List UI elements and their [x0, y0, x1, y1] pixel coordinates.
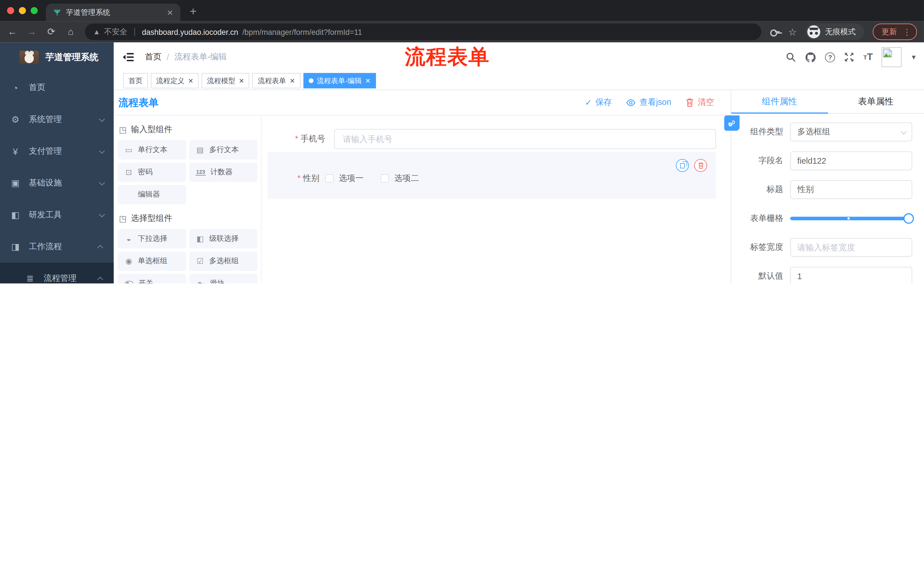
- incognito-label: 无痕模式: [825, 26, 856, 37]
- component-editor[interactable]: 编辑器: [118, 185, 186, 204]
- default-value-input[interactable]: [790, 267, 912, 283]
- tag-process-definition[interactable]: 流程定义✕: [151, 73, 199, 89]
- properties-panel: 组件属性 表单属性 组件类型 字段名 标题: [731, 90, 924, 283]
- tag-close-icon[interactable]: ✕: [188, 77, 193, 85]
- component-slider[interactable]: 滑块: [189, 274, 257, 283]
- sidebar-item-payment[interactable]: ¥ 支付管理: [0, 135, 114, 167]
- component-cascader[interactable]: ◧级联选择: [189, 229, 257, 248]
- component-single-line-text[interactable]: ▭单行文本: [118, 140, 186, 160]
- component-select[interactable]: ◒下拉选择: [118, 229, 186, 248]
- clear-button[interactable]: 清空: [685, 97, 714, 108]
- component-radio-group[interactable]: ◉单选框组: [118, 252, 186, 271]
- font-size-icon[interactable]: TT: [863, 52, 873, 62]
- sidebar-logo[interactable]: 芋道管理系统: [0, 42, 114, 72]
- component-block-actions: [676, 159, 707, 172]
- chevron-down-icon: [99, 148, 105, 153]
- gender-checkbox-option1[interactable]: 选项一: [325, 173, 364, 184]
- chrome-update-button[interactable]: 更新 ⋮: [873, 23, 917, 40]
- link-drawer-button[interactable]: [724, 115, 739, 131]
- sidebar-item-infra[interactable]: ▣ 基础设施: [0, 167, 114, 199]
- title-input[interactable]: [790, 180, 912, 199]
- incognito-icon: [807, 25, 820, 38]
- avatar[interactable]: [882, 47, 902, 67]
- grid-slider[interactable]: [790, 217, 912, 220]
- slider-handle[interactable]: [903, 213, 914, 224]
- tag-process-model[interactable]: 流程模型✕: [201, 73, 249, 89]
- main-area: 首页 / 流程表单-编辑 流程表单 ? TT ▼ 首页 流程定义✕: [114, 42, 924, 283]
- sidebar: 芋道管理系统 ◔ 首页 ⚙ 系统管理 ¥ 支付管理 ▣ 基础设施: [0, 42, 114, 283]
- active-tag-dot: [309, 78, 313, 83]
- tab-component-props[interactable]: 组件属性: [731, 90, 828, 113]
- save-button[interactable]: ✓保存: [585, 97, 612, 108]
- logo-avatar: [20, 50, 39, 64]
- counter-icon: 123: [196, 169, 206, 176]
- label-width-input[interactable]: [790, 238, 912, 257]
- password-key-icon[interactable]: [770, 27, 779, 36]
- selected-component-block[interactable]: 性别 选项一 选项二: [267, 152, 716, 199]
- component-checkbox-group[interactable]: ☑多选框组: [189, 252, 257, 271]
- zoom-window-button[interactable]: [31, 7, 38, 14]
- reload-icon[interactable]: ⟳: [46, 27, 57, 36]
- input-components-grid: ▭单行文本 ▤多行文本 ⊡密码 123计数器 编辑器: [118, 140, 257, 204]
- gender-field-row: 性别 选项一 选项二: [267, 173, 716, 184]
- browser-menu-icon[interactable]: ⋮: [903, 27, 911, 36]
- gender-checkbox-option2[interactable]: 选项二: [381, 173, 419, 184]
- toolbox-icon: ◧: [10, 210, 21, 220]
- sidebar-item-system[interactable]: ⚙ 系统管理: [0, 104, 114, 135]
- sidebar-item-home[interactable]: ◔ 首页: [0, 72, 114, 104]
- checkbox-icon[interactable]: [325, 174, 333, 183]
- page-title: 流程表单: [118, 96, 158, 109]
- avatar-caret-icon[interactable]: ▼: [911, 54, 917, 61]
- close-window-button[interactable]: [7, 7, 14, 14]
- tab-close-icon[interactable]: ✕: [167, 8, 173, 17]
- browser-tab[interactable]: 芋道管理系统 ✕: [46, 3, 180, 21]
- fullscreen-icon[interactable]: [844, 52, 855, 62]
- tag-process-form-edit[interactable]: 流程表单-编辑✕: [303, 73, 376, 89]
- phone-input[interactable]: [334, 129, 716, 149]
- sidebar-item-workflow[interactable]: ◨ 工作流程: [0, 231, 114, 263]
- address-bar[interactable]: ▲ 不安全 dashboard.yudao.iocoder.cn/bpm/man…: [85, 23, 761, 40]
- checkbox-icon[interactable]: [381, 174, 389, 183]
- bookmark-star-icon[interactable]: ☆: [788, 26, 797, 38]
- tag-close-icon[interactable]: ✕: [290, 77, 295, 85]
- puzzle-icon: ◳: [119, 214, 127, 223]
- home-icon[interactable]: ⌂: [66, 27, 76, 36]
- sidebar-item-process-mgmt[interactable]: ≣ 流程管理: [0, 263, 114, 283]
- form-canvas[interactable]: 手机号 性别 选项一: [262, 115, 731, 283]
- breadcrumb-home[interactable]: 首页: [145, 52, 162, 62]
- tag-close-icon[interactable]: ✕: [365, 77, 371, 85]
- url-domain: dashboard.yudao.iocoder.cn: [142, 28, 238, 36]
- new-tab-button[interactable]: +: [190, 5, 197, 18]
- tag-process-form[interactable]: 流程表单✕: [252, 73, 300, 89]
- tag-close-icon[interactable]: ✕: [239, 77, 244, 85]
- breadcrumb-separator: /: [167, 52, 169, 62]
- sidebar-item-devtools[interactable]: ◧ 研发工具: [0, 199, 114, 231]
- component-password[interactable]: ⊡密码: [118, 163, 186, 182]
- cascader-icon: ◧: [196, 234, 205, 243]
- tag-home[interactable]: 首页: [123, 73, 148, 89]
- github-icon[interactable]: [805, 51, 816, 63]
- tab-form-props[interactable]: 表单属性: [828, 90, 924, 113]
- copy-component-button[interactable]: [676, 159, 689, 172]
- component-counter[interactable]: 123计数器: [189, 163, 257, 182]
- component-textarea[interactable]: ▤多行文本: [189, 140, 257, 160]
- component-switch[interactable]: 开关: [118, 274, 186, 283]
- address-divider: [134, 28, 135, 36]
- dashboard-icon: ◔: [10, 83, 21, 93]
- hamburger-collapse-icon[interactable]: [123, 51, 134, 63]
- title-row: 标题: [731, 180, 912, 199]
- search-icon[interactable]: [785, 52, 796, 62]
- view-json-button[interactable]: 查看json: [626, 97, 671, 108]
- trash-icon: [685, 98, 694, 107]
- phone-field-row[interactable]: 手机号: [267, 129, 716, 149]
- checkbox-group-icon: ☑: [196, 257, 205, 266]
- delete-component-button[interactable]: [694, 159, 707, 172]
- component-type-select[interactable]: [790, 123, 912, 141]
- help-icon[interactable]: ?: [825, 52, 835, 62]
- app-shell: 芋道管理系统 ◔ 首页 ⚙ 系统管理 ¥ 支付管理 ▣ 基础设施: [0, 42, 924, 283]
- forward-icon[interactable]: →: [26, 27, 37, 36]
- field-name-input[interactable]: [790, 151, 912, 170]
- minimize-window-button[interactable]: [19, 7, 26, 14]
- back-icon[interactable]: ←: [7, 27, 18, 36]
- chevron-down-icon: [99, 179, 105, 185]
